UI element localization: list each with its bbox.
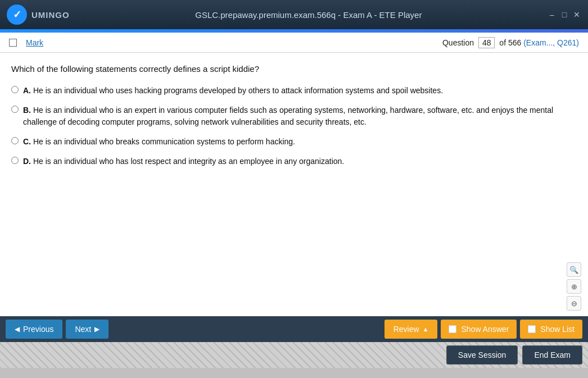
question-number: 48 <box>478 37 495 48</box>
question-info: Question 48 of 566 (Exam..., Q261) <box>442 37 579 48</box>
minimize-button[interactable]: – <box>548 10 557 19</box>
header-row: Mark Question 48 of 566 (Exam..., Q261) <box>0 33 588 53</box>
mark-checkbox[interactable] <box>9 39 17 47</box>
question-label: Question <box>442 38 474 47</box>
window-controls: – □ ✕ <box>548 10 581 19</box>
review-button[interactable]: Review ▲ <box>385 320 438 339</box>
logo-area: ✓ UMINGO <box>7 4 70 25</box>
zoom-controls: 🔍 ⊕ ⊖ <box>567 262 581 311</box>
search-icon[interactable]: 🔍 <box>567 262 581 277</box>
show-list-button[interactable]: Show List <box>520 320 582 339</box>
next-button[interactable]: Next ▶ <box>66 320 108 339</box>
show-answer-checkbox <box>449 325 456 333</box>
zoom-in-icon[interactable]: ⊕ <box>567 279 581 294</box>
radio-c[interactable] <box>11 137 19 144</box>
end-exam-button[interactable]: End Exam <box>522 345 582 365</box>
title-bar: ✓ UMINGO GSLC.prepaway.premium.exam.566q… <box>0 0 588 29</box>
show-list-checkbox <box>528 325 536 333</box>
answer-text-a: A. He is an individual who uses hacking … <box>23 85 443 97</box>
radio-a[interactable] <box>11 86 19 93</box>
zoom-out-icon[interactable]: ⊖ <box>567 296 581 311</box>
save-session-button[interactable]: Save Session <box>446 345 518 365</box>
radio-d[interactable] <box>11 157 19 164</box>
session-area: Save Session End Exam <box>0 342 588 368</box>
question-text: Which of the following statements correc… <box>11 64 577 74</box>
checkmark-icon: ✓ <box>13 8 21 21</box>
logo-text: UMINGO <box>31 10 70 20</box>
close-button[interactable]: ✕ <box>572 10 581 19</box>
previous-button[interactable]: ◀ Previous <box>6 320 62 339</box>
show-answer-button[interactable]: Show Answer <box>441 320 517 339</box>
logo-icon: ✓ <box>7 4 27 25</box>
answer-text-b: B. He is an individual who is an expert … <box>23 104 577 128</box>
main-content: Which of the following statements correc… <box>0 53 588 316</box>
next-arrow-icon: ▶ <box>94 325 99 333</box>
answer-option-d[interactable]: D. He is an individual who has lost resp… <box>11 156 577 167</box>
total-questions: of 566 <box>499 38 521 47</box>
window-title: GSLC.prepaway.premium.exam.566q - Exam A… <box>70 10 548 20</box>
maximize-button[interactable]: □ <box>560 10 569 19</box>
answer-text-c: C. He is an individual who breaks commun… <box>23 136 295 148</box>
answer-option-c[interactable]: C. He is an individual who breaks commun… <box>11 136 577 148</box>
answer-option-a[interactable]: A. He is an individual who uses hacking … <box>11 85 577 97</box>
answer-text-d: D. He is an individual who has lost resp… <box>23 156 344 167</box>
radio-b[interactable] <box>11 106 19 113</box>
answer-option-b[interactable]: B. He is an individual who is an expert … <box>11 104 577 128</box>
review-arrow-icon: ▲ <box>423 326 429 333</box>
mark-link[interactable]: Mark <box>26 38 43 47</box>
bottom-toolbar: ◀ Previous Next ▶ Review ▲ Show Answer S… <box>0 316 588 342</box>
prev-arrow-icon: ◀ <box>15 325 20 333</box>
exam-ref[interactable]: (Exam..., Q261) <box>523 38 579 47</box>
